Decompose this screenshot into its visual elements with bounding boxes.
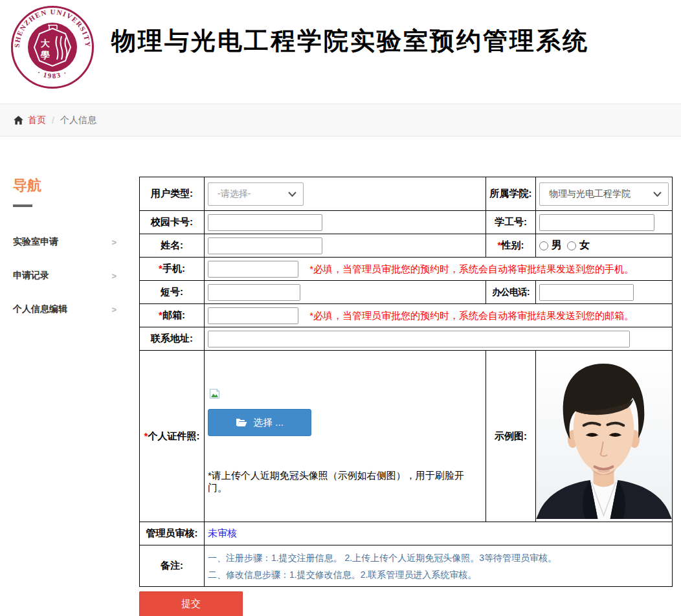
gender-female-label: 女 — [579, 239, 590, 252]
seal-emblem-char-bottom: 學 — [40, 50, 50, 60]
submit-button[interactable]: 提交 — [139, 591, 243, 616]
table-row: 校园卡号: 学工号: — [140, 211, 673, 234]
home-icon — [14, 116, 23, 125]
sidebar-item-application-records[interactable]: 申请记录 > — [13, 259, 117, 292]
staff-id-input[interactable] — [539, 214, 654, 231]
address-label: 联系地址: — [140, 327, 205, 351]
email-label: *邮箱: — [140, 304, 205, 327]
app-header: SHENZHEN UNIVERSITY · 1983 · 大 學 物理与光电工程… — [0, 0, 681, 104]
gender-label: *性别: — [486, 234, 536, 258]
chevron-right-icon: > — [111, 305, 117, 314]
staff-id-label: 学工号: — [486, 211, 536, 234]
gender-female-radio[interactable] — [567, 241, 576, 250]
user-type-select[interactable]: -请选择- — [208, 182, 304, 206]
remarks-line-1: 一、注册步骤：1.提交注册信息。 2.上传上传个人近期免冠头像照。3等待管理员审… — [208, 549, 669, 566]
short-no-label: 短号: — [140, 281, 205, 304]
mobile-required-note: *必填，当管理员审批您的预约时，系统会自动将审批结果发送到您的手机。 — [309, 263, 634, 274]
office-phone-label: 办公电话: — [486, 281, 536, 304]
name-input[interactable] — [208, 237, 322, 254]
chevron-down-icon — [288, 192, 296, 197]
folder-icon — [236, 418, 247, 427]
table-row: 管理员审核: 未审核 — [140, 522, 673, 545]
chevron-right-icon: > — [111, 271, 117, 281]
broken-image-icon — [209, 388, 220, 401]
photo-label: *个人证件照: — [140, 351, 205, 522]
sidebar-title: 导航 — [13, 176, 139, 195]
sidebar-item-label: 申请记录 — [13, 270, 49, 281]
short-no-input[interactable] — [208, 284, 300, 301]
remarks-label: 备注: — [140, 545, 205, 587]
page-title: 物理与光电工程学院实验室预约管理系统 — [111, 25, 589, 58]
address-input[interactable] — [208, 331, 630, 347]
sidebar-item-lab-application[interactable]: 实验室申请 > — [13, 225, 117, 259]
name-label: 姓名: — [140, 234, 205, 258]
user-type-selected-value: -请选择- — [218, 188, 251, 200]
email-input[interactable] — [208, 307, 298, 324]
personal-info-table: 用户类型: -请选择- 所属学院: 物理与光电工程学院 — [139, 177, 673, 587]
gender-male-radio[interactable] — [539, 241, 548, 250]
example-portrait-photo — [536, 353, 672, 520]
table-row: 备注: 一、注册步骤：1.提交注册信息。 2.上传上传个人近期免冠头像照。3等待… — [140, 545, 673, 587]
example-image-label: 示例图: — [486, 351, 536, 522]
office-phone-input[interactable] — [539, 284, 634, 301]
table-row: *个人证件照: — [140, 351, 673, 522]
remarks-line-2: 二、修改信息步骤：1.提交修改信息。2.联系管理员进入系统审核。 — [208, 566, 669, 583]
choose-file-label: 选择 ... — [253, 417, 284, 429]
photo-upload-note: *请上传个人近期免冠头像照（示例如右侧图），用于刷脸开门。 — [208, 470, 482, 494]
sidebar-title-underline — [13, 204, 32, 207]
page: SHENZHEN UNIVERSITY · 1983 · 大 學 物理与光电工程… — [0, 0, 681, 104]
sidebar-item-label: 个人信息编辑 — [13, 303, 67, 315]
mobile-input[interactable] — [208, 261, 298, 278]
table-row: *邮箱: *必填，当管理员审批您的预约时，系统会自动将审批结果发送到您的邮箱。 — [140, 304, 673, 327]
sidebar-item-label: 实验室申请 — [13, 236, 58, 248]
choose-file-button[interactable]: 选择 ... — [208, 409, 311, 436]
sidebar-item-personal-info-edit[interactable]: 个人信息编辑 > — [13, 292, 117, 326]
chevron-down-icon — [653, 192, 662, 197]
sidebar: 导航 实验室申请 > 申请记录 > 个人信息编辑 > — [0, 137, 139, 616]
personal-info-form: 用户类型: -请选择- 所属学院: 物理与光电工程学院 — [139, 137, 673, 616]
photo-upload-area: 选择 ... *请上传个人近期免冠头像照（示例如右侧图），用于刷脸开门。 — [208, 351, 482, 494]
college-selected-value: 物理与光电工程学院 — [549, 188, 631, 200]
gender-male-label: 男 — [552, 239, 562, 252]
table-row: 联系地址: — [140, 327, 673, 351]
admin-review-label: 管理员审核: — [140, 522, 205, 545]
breadcrumb-home-link[interactable]: 首页 — [28, 115, 46, 126]
user-type-label: 用户类型: — [140, 177, 205, 211]
content-area: 导航 实验室申请 > 申请记录 > 个人信息编辑 > — [0, 137, 681, 616]
campus-card-label: 校园卡号: — [140, 211, 205, 234]
table-row: 短号: 办公电话: — [140, 281, 673, 304]
college-label: 所属学院: — [486, 177, 536, 211]
college-select[interactable]: 物理与光电工程学院 — [539, 182, 669, 206]
mobile-label: *手机: — [140, 258, 205, 281]
table-row: 姓名: *性别: 男 女 — [140, 234, 673, 258]
university-seal-logo: SHENZHEN UNIVERSITY · 1983 · 大 學 — [10, 5, 95, 89]
gender-radio-group: 男 女 — [539, 239, 669, 252]
sidebar-nav-list: 实验室申请 > 申请记录 > 个人信息编辑 > — [13, 225, 117, 326]
breadcrumb-current: 个人信息 — [60, 115, 96, 126]
seal-emblem-char-top: 大 — [41, 38, 50, 49]
breadcrumb-separator: / — [52, 115, 54, 126]
email-required-note: *必填，当管理员审批您的预约时，系统会自动将审批结果发送到您的邮箱。 — [309, 310, 634, 321]
review-status-link[interactable]: 未审核 — [208, 527, 237, 538]
chevron-right-icon: > — [111, 237, 117, 247]
campus-card-input[interactable] — [208, 214, 322, 231]
table-row: 用户类型: -请选择- 所属学院: 物理与光电工程学院 — [140, 177, 673, 211]
table-row: *手机: *必填，当管理员审批您的预约时，系统会自动将审批结果发送到您的手机。 — [140, 258, 673, 281]
breadcrumb: 首页 / 个人信息 — [0, 104, 681, 137]
